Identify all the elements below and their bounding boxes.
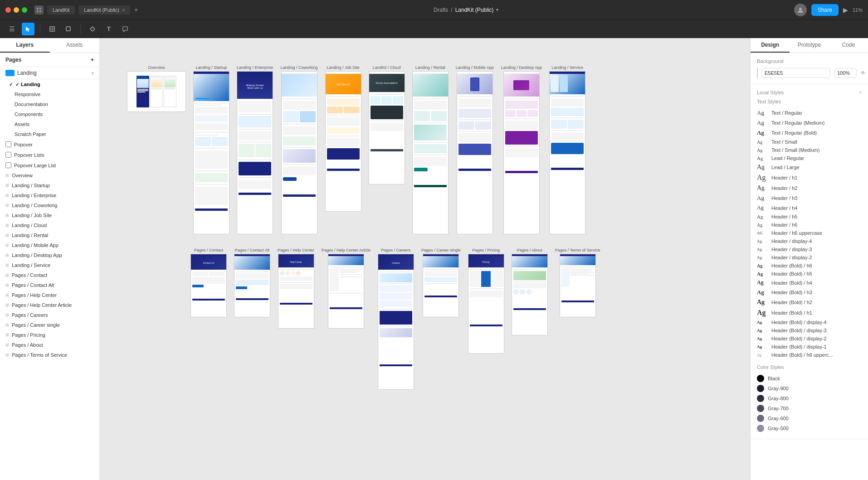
- page-item-landing-cloud[interactable]: ⊞ Landing / Cloud: [0, 220, 99, 230]
- frame-landing-jobsite[interactable]: Landing / Job Site Job Search: [325, 65, 361, 212]
- page-item-landing-rental[interactable]: ⊞ Landing / Rental: [0, 230, 99, 240]
- text-tool[interactable]: T: [102, 23, 115, 35]
- frame-pages-contact[interactable]: Pages / Contact Contact Us: [190, 248, 227, 317]
- frame-landing-service[interactable]: Landing / Service: [549, 65, 585, 234]
- text-style-header-bold-display4[interactable]: Ag Header (Bold) / display-4: [757, 318, 862, 326]
- canvas[interactable]: Overview: [100, 38, 750, 480]
- frame-pages-helpcenter[interactable]: Pages / Help Center Help Center: [278, 248, 314, 329]
- page-item-documentation[interactable]: Documentation: [0, 99, 99, 109]
- page-item-popover-lists[interactable]: Popover Lists: [0, 150, 99, 160]
- page-item-pages-contact[interactable]: ⊞ Pages / Contact: [0, 270, 99, 280]
- user-avatar[interactable]: [794, 4, 807, 16]
- text-style-header-bold-display1[interactable]: Ag Header (Bold) / display-1: [757, 343, 862, 351]
- pen-tool[interactable]: [86, 23, 99, 35]
- frame-tool[interactable]: [46, 23, 59, 35]
- page-item-pages-careers[interactable]: ⊞ Pages / Careers: [0, 310, 99, 320]
- text-style-header-display3[interactable]: Ag Header / display-3: [757, 245, 862, 253]
- new-tab-button[interactable]: +: [134, 6, 138, 14]
- local-styles-expand[interactable]: +: [859, 90, 862, 95]
- frame-pages-terms[interactable]: Pages / Terms of Service: [555, 248, 600, 317]
- text-style-header-h2[interactable]: Ag Header / h2: [757, 183, 862, 193]
- background-opacity-input[interactable]: 100%: [834, 68, 857, 78]
- text-style-text-small-medium[interactable]: Ag Text / Small (Medium): [757, 146, 862, 154]
- page-item-landing-jobsite[interactable]: ⊞ Landing / Job Site: [0, 210, 99, 220]
- tab-close-icon[interactable]: ×: [122, 7, 125, 13]
- breadcrumb-drafts[interactable]: Drafts: [434, 7, 448, 13]
- text-style-header-h3[interactable]: Ag Header / h3: [757, 193, 862, 203]
- text-style-lead-regular[interactable]: Ag Lead / Regular: [757, 154, 862, 162]
- frame-landing-coworking[interactable]: Landing / Coworking: [281, 65, 318, 234]
- frame-landing-cloud[interactable]: LandKit / Cloud Secure cloud platform: [369, 65, 405, 184]
- color-style-black[interactable]: Black: [757, 373, 862, 383]
- add-page-button[interactable]: +: [91, 57, 94, 63]
- page-item-overview[interactable]: ⊞ Overview: [0, 170, 99, 180]
- page-item-pages-career-single[interactable]: ⊞ Pages / Career single: [0, 320, 99, 330]
- page-item-landing-desktopapp[interactable]: ⊞ Landing / Desktop App: [0, 250, 99, 260]
- tab-prototype[interactable]: Prototype: [790, 38, 829, 53]
- page-item-pages-help-center[interactable]: ⊞ Pages / Help Center: [0, 290, 99, 300]
- frame-landing-rental[interactable]: Landing / Rental: [412, 65, 449, 234]
- frame-pages-helparticle[interactable]: Pages / Help Center Article: [322, 248, 371, 329]
- page-item-pages-pricing[interactable]: ⊞ Pages / Pricing: [0, 330, 99, 340]
- text-style-header-h1[interactable]: Ag Header / h1: [757, 172, 862, 183]
- file-tab-landkit[interactable]: LandKit: [47, 5, 75, 15]
- page-item-pages-contact-alt[interactable]: ⊞ Pages / Contact Alt: [0, 280, 99, 290]
- text-style-header-h6[interactable]: Ag Header / h6: [757, 221, 862, 229]
- close-button[interactable]: [5, 7, 11, 13]
- comment-tool[interactable]: [119, 23, 132, 35]
- tab-code[interactable]: Code: [829, 38, 868, 53]
- color-style-gray900[interactable]: Gray-900: [757, 383, 862, 393]
- background-visibility-icon[interactable]: 👁: [860, 70, 866, 76]
- text-style-header-bold-h4[interactable]: Ag Header (Bold) / h4: [757, 278, 862, 287]
- tab-layers[interactable]: Layers: [0, 38, 50, 53]
- page-item-landing-mobileapp[interactable]: ⊞ Landing / Mobile App: [0, 240, 99, 250]
- text-style-header-bold-h3[interactable]: Ag Header (Bold) / h3: [757, 287, 862, 297]
- background-hex-input[interactable]: E5E5E5: [761, 68, 830, 78]
- page-item-assets[interactable]: Assets: [0, 119, 99, 129]
- text-style-header-bold-h6[interactable]: Ag Header (Bold) / h6: [757, 262, 862, 270]
- page-item-landing-enterprise[interactable]: ⊞ Landing / Enterprise: [0, 190, 99, 200]
- move-tool[interactable]: [22, 23, 34, 35]
- frame-pages-pricing[interactable]: Pages / Pricing Pricing: [468, 248, 504, 354]
- frame-pages-about[interactable]: Pages / About: [512, 248, 548, 335]
- tab-assets[interactable]: Assets: [50, 38, 100, 53]
- frame-pages-contactalt[interactable]: Pages / Contact Alt: [234, 248, 270, 317]
- page-item-landing-coworking[interactable]: ⊞ Landing / Coworking: [0, 200, 99, 210]
- text-style-header-h6-uppercase[interactable]: Ag Header / h6 uppercase: [757, 229, 862, 237]
- text-style-text-regular-medium[interactable]: Ag Text / Regular (Medium): [757, 118, 862, 128]
- text-style-header-bold-h1[interactable]: Ag Header (Bold) / h1: [757, 307, 862, 318]
- breadcrumb-filename[interactable]: LandKit (Public): [455, 7, 494, 13]
- page-item-scratch[interactable]: Scratch Paper: [0, 129, 99, 139]
- text-style-header-bold-h6-upper[interactable]: Ag Header (Bold) / h6 upperc...: [757, 351, 862, 359]
- frame-landing-mobileapp[interactable]: Landing / Mobile App: [456, 65, 494, 234]
- frame-dropdown-icon[interactable]: ▾: [92, 71, 94, 76]
- file-tab-public[interactable]: LandKit (Public) ×: [78, 5, 130, 15]
- frame-pages-careersingle[interactable]: Pages / Career single: [421, 248, 461, 317]
- color-style-gray700[interactable]: Gray-700: [757, 403, 862, 413]
- page-item-popover-large[interactable]: Popover Large List: [0, 160, 99, 170]
- minimize-button[interactable]: [14, 7, 19, 13]
- text-style-header-display2[interactable]: Ag Header / display-2: [757, 253, 862, 262]
- background-color-swatch[interactable]: [757, 68, 758, 78]
- popover-large-checkbox[interactable]: [5, 162, 11, 168]
- maximize-button[interactable]: [22, 7, 27, 13]
- share-button[interactable]: Share: [811, 4, 839, 16]
- text-style-header-bold-display3[interactable]: Ag Header (Bold) / display-3: [757, 326, 862, 335]
- text-style-header-h5[interactable]: Ag Header / h5: [757, 213, 862, 221]
- text-style-text-regular-bold[interactable]: Ag Text / Regular (Bold): [757, 128, 862, 138]
- frame-landing-enterprise[interactable]: Landing / Enterprise Making SimpleWork w…: [237, 65, 273, 234]
- text-style-lead-large[interactable]: Ag Lead / Large: [757, 162, 862, 172]
- page-item-popover[interactable]: Popover: [0, 139, 99, 150]
- text-style-text-small[interactable]: Ag Text / Small: [757, 138, 862, 146]
- color-style-gray600[interactable]: Gray-600: [757, 413, 862, 423]
- breadcrumb-dropdown-icon[interactable]: ▾: [496, 7, 498, 12]
- text-style-header-bold-h5[interactable]: Ag Header (Bold) / h5: [757, 270, 862, 278]
- page-item-landing[interactable]: ✓ Landing: [0, 79, 99, 89]
- shape-tool[interactable]: [62, 23, 75, 35]
- page-item-pages-help-article[interactable]: ⊞ Pages / Help Center Article: [0, 300, 99, 310]
- frame-landing-desktopapp[interactable]: Landing / Desktop App: [501, 65, 542, 234]
- text-style-text-regular[interactable]: Ag Text / Regular: [757, 108, 862, 118]
- text-style-header-h4[interactable]: Ag Header / h4: [757, 203, 862, 213]
- color-style-gray500[interactable]: Gray-500: [757, 423, 862, 433]
- frame-pages-careers[interactable]: Pages / Careers Careers: [378, 248, 414, 390]
